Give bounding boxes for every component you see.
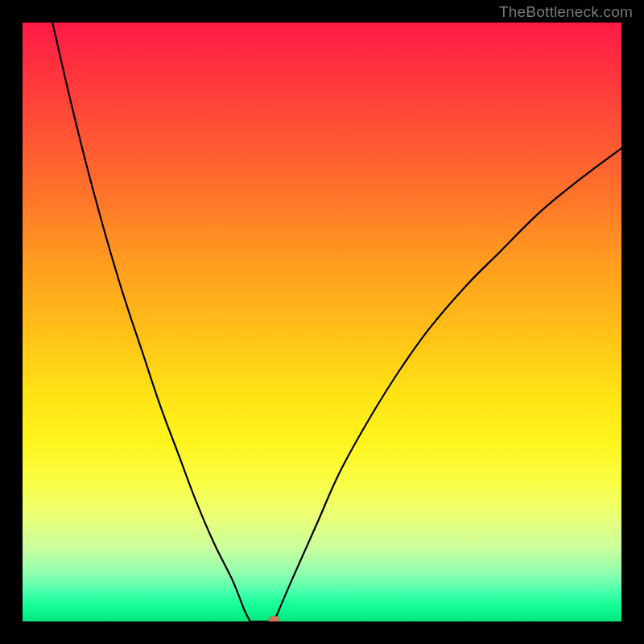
valley-marker: [269, 616, 280, 621]
curve-left-branch: [52, 23, 250, 621]
curve-layer: [23, 23, 621, 621]
curve-right-branch: [275, 148, 622, 621]
attribution-label: TheBottleneck.com: [499, 3, 633, 21]
chart-frame: TheBottleneck.com: [0, 0, 644, 644]
plot-area: [23, 23, 621, 621]
